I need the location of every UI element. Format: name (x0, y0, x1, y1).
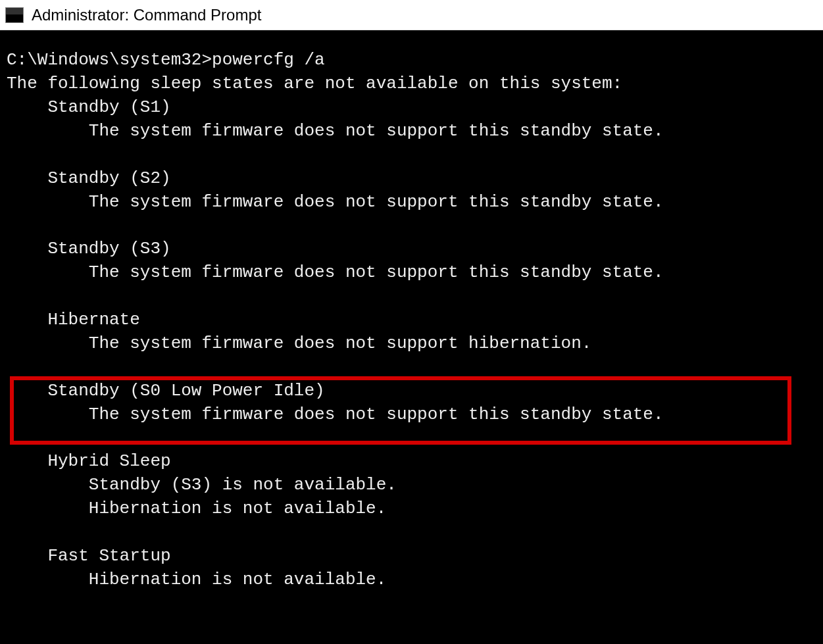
sleep-state-name: Standby (S0 Low Power Idle) (7, 380, 822, 403)
blank-line (7, 356, 822, 380)
sleep-state-reason: Standby (S3) is not available. (7, 474, 822, 497)
blank-line (7, 285, 822, 309)
typed-command: powercfg /a (212, 50, 325, 70)
cmd-icon (5, 7, 24, 23)
sleep-state-reason: The system firmware does not support thi… (7, 191, 822, 214)
sleep-state-name: Standby (S1) (7, 96, 822, 120)
command-prompt-window: Administrator: Command Prompt C:\Windows… (0, 0, 823, 644)
sleep-state-name: Standby (S2) (7, 167, 822, 191)
sleep-state-name: Standby (S3) (7, 237, 822, 261)
sleep-state-reason: The system firmware does not support thi… (7, 261, 822, 285)
sleep-state-name: Hibernate (7, 309, 822, 332)
blank-line (7, 521, 822, 545)
window-title: Administrator: Command Prompt (32, 6, 261, 24)
sleep-state-reason: The system firmware does not support hib… (7, 332, 822, 356)
sleep-state-name: Fast Startup (7, 545, 822, 568)
sleep-state-reason: The system firmware does not support thi… (7, 403, 822, 427)
sleep-state-name: Hybrid Sleep (7, 450, 822, 474)
title-bar[interactable]: Administrator: Command Prompt (0, 0, 823, 30)
sleep-state-reason: Hibernation is not available. (7, 497, 822, 521)
output-header: The following sleep states are not avail… (7, 72, 822, 96)
prompt-line: C:\Windows\system32>powercfg /a (7, 49, 822, 72)
blank-line (7, 214, 822, 238)
sleep-state-reason: Hibernation is not available. (7, 568, 822, 592)
sleep-state-reason: The system firmware does not support thi… (7, 120, 822, 143)
blank-line (7, 143, 822, 167)
blank-line (7, 426, 822, 450)
prompt: C:\Windows\system32> (7, 50, 212, 70)
terminal-output-area[interactable]: C:\Windows\system32>powercfg /aThe follo… (0, 30, 823, 644)
